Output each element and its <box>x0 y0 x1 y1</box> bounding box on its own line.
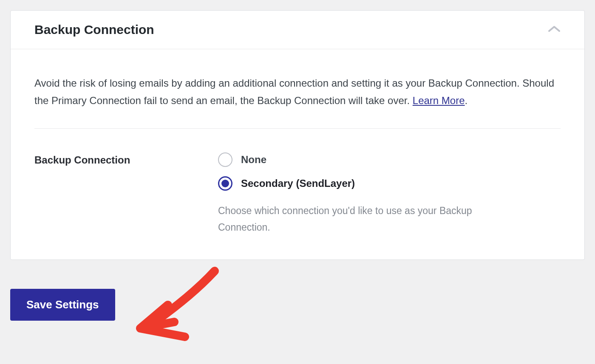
field-label: Backup Connection <box>34 152 218 236</box>
backup-connection-field: Backup Connection None Secondary (SendLa… <box>34 129 561 236</box>
radio-circle-icon <box>218 152 232 167</box>
panel-title: Backup Connection <box>34 23 154 37</box>
field-options: None Secondary (SendLayer) Choose which … <box>218 152 561 236</box>
radio-option-secondary[interactable]: Secondary (SendLayer) <box>218 176 561 191</box>
radio-label-none: None <box>241 154 266 166</box>
description-text: Avoid the risk of losing emails by addin… <box>34 77 554 106</box>
field-hint: Choose which connection you'd like to us… <box>218 203 524 236</box>
save-settings-button[interactable]: Save Settings <box>10 289 115 321</box>
chevron-up-icon <box>548 25 561 34</box>
backup-connection-panel: Backup Connection Avoid the risk of losi… <box>10 10 585 260</box>
annotation-arrow-icon <box>123 262 230 356</box>
panel-header[interactable]: Backup Connection <box>11 11 584 49</box>
description-period: . <box>465 95 468 106</box>
panel-description: Avoid the risk of losing emails by addin… <box>34 75 561 129</box>
learn-more-link[interactable]: Learn More <box>413 95 465 106</box>
radio-circle-icon <box>218 176 232 191</box>
panel-body: Avoid the risk of losing emails by addin… <box>11 49 584 260</box>
radio-label-secondary: Secondary (SendLayer) <box>241 178 355 189</box>
radio-option-none[interactable]: None <box>218 152 561 167</box>
